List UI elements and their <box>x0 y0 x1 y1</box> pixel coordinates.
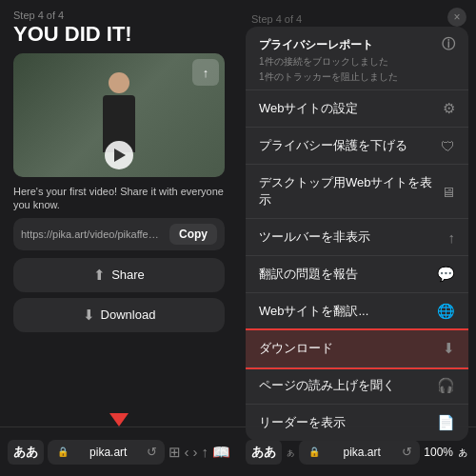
step-label-right: Step 4 of 4 <box>251 13 302 25</box>
aa-button-right[interactable]: ああ <box>246 440 282 465</box>
aa-small-icon: ぁ <box>286 446 295 459</box>
menu-item-text-8: リーダーを表示 <box>259 414 346 431</box>
lock-icon-right: 🔒 <box>307 445 322 460</box>
menu-item-text-7: ページの読み上げを聞く <box>259 377 395 394</box>
person-head <box>109 72 129 93</box>
play-icon <box>114 149 126 162</box>
menu-item-toolbar[interactable]: ツールバーを非表示 ↑ <box>246 219 468 256</box>
menu-item-icon-3: ↑ <box>448 229 456 246</box>
bottom-bar-left: ああ 🔒 pika.art ↺ ⊞ ‹ › ↑ 📖 <box>0 426 238 476</box>
download-icon: ⬇ <box>83 307 95 324</box>
share-label: Share <box>111 268 145 282</box>
share-button[interactable]: ⬆ Share <box>13 258 225 292</box>
share-nav-left[interactable]: ↑ <box>202 444 209 460</box>
bookmarks-left[interactable]: 📖 <box>212 444 230 461</box>
download-label: Download <box>101 307 156 322</box>
url-bar-text-left: pika.art <box>74 446 143 459</box>
arrow-indicator <box>109 413 129 426</box>
close-button-right[interactable]: × <box>447 8 466 27</box>
aa-label-right: ぁ <box>457 444 468 460</box>
menu-item-icon-5: 🌐 <box>437 303 455 320</box>
menu-item-website-settings[interactable]: Webサイトの設定 ⚙ <box>246 90 468 128</box>
play-button[interactable] <box>105 141 133 169</box>
url-copy-row: https://pika.art/video/pikaffect-s... Co… <box>13 218 225 250</box>
copy-button[interactable]: Copy <box>169 224 217 245</box>
video-thumbnail[interactable]: ↑ <box>13 53 225 177</box>
aa-button-left[interactable]: ああ <box>8 440 44 465</box>
menu-item-icon-1: 🛡 <box>441 138 455 154</box>
menu-item-text-3: ツールバーを非表示 <box>259 228 370 246</box>
menu-item-text-2: デスクトップ用Webサイトを表示 <box>259 174 441 208</box>
menu-item-text-4: 翻訳の問題を報告 <box>259 266 358 283</box>
menu-item-translate[interactable]: Webサイトを翻訳... 🌐 <box>246 293 468 330</box>
nav-back-left[interactable]: ‹ <box>185 444 189 460</box>
menu-item-text-1: プライバシー保護を下げる <box>259 137 407 154</box>
menu-item-reader[interactable]: リーダーを表示 📄 <box>246 405 468 441</box>
menu-item-read-aloud[interactable]: ページの読み上げを聞く 🎧 <box>246 367 468 405</box>
title-left: YOU DID IT! <box>0 23 238 53</box>
lock-icon: 🔒 <box>55 445 70 460</box>
url-bar-left[interactable]: 🔒 pika.art ↺ <box>48 440 165 465</box>
refresh-icon-right[interactable]: ↺ <box>402 445 412 459</box>
privacy-title: プライバシーレポート ⓘ <box>259 36 455 53</box>
video-share-button[interactable]: ↑ <box>192 59 219 86</box>
privacy-subtitle-2: 1件のトラッカーを阻止しました <box>259 70 455 84</box>
step-label-left: Step 4 of 4 <box>0 0 238 23</box>
privacy-header: プライバシーレポート ⓘ 1件の接続をブロックしました 1件のトラッカーを阻止し… <box>246 27 468 90</box>
refresh-icon[interactable]: ↺ <box>147 445 157 459</box>
zoom-percent: 100% <box>424 446 453 459</box>
context-menu: プライバシーレポート ⓘ 1件の接続をブロックしました 1件のトラッカーを阻止し… <box>246 27 468 441</box>
left-panel: Step 4 of 4 YOU DID IT! ↑ Here's your fi… <box>0 0 238 476</box>
privacy-icon: ⓘ <box>442 36 455 53</box>
privacy-subtitle-1: 1件の接続をブロックしました <box>259 55 455 69</box>
nav-forward-left[interactable]: › <box>193 444 198 460</box>
url-bar-text-right: pika.art <box>326 446 398 459</box>
menu-item-download[interactable]: ダウンロード ⬇ <box>246 330 468 367</box>
menu-item-icon-6: ⬇ <box>443 340 455 357</box>
menu-item-text-6: ダウンロード <box>259 340 333 357</box>
menu-item-desktop[interactable]: デスクトップ用Webサイトを表示 🖥 <box>246 165 468 219</box>
url-text: https://pika.art/video/pikaffect-s... <box>21 228 164 240</box>
menu-item-icon-4: 💬 <box>437 266 455 283</box>
menu-item-privacy[interactable]: プライバシー保護を下げる 🛡 <box>246 128 468 165</box>
share-icon: ⬆ <box>93 267 106 284</box>
menu-item-translate-report[interactable]: 翻訳の問題を報告 💬 <box>246 256 468 293</box>
menu-item-text-0: Webサイトの設定 <box>259 100 359 117</box>
right-top-area: Step 4 of 4 <box>238 0 476 27</box>
download-button[interactable]: ⬇ Download <box>13 298 225 332</box>
tab-icon-left[interactable]: ⊞ <box>169 444 181 461</box>
right-panel: × Step 4 of 4 プライバシーレポート ⓘ 1件の接続をブロックしまし… <box>238 0 476 476</box>
menu-item-icon-7: 🎧 <box>437 377 455 394</box>
menu-item-text-5: Webサイトを翻訳... <box>259 303 368 320</box>
menu-item-icon-0: ⚙ <box>443 100 455 117</box>
red-arrow-icon <box>109 413 129 426</box>
menu-item-icon-2: 🖥 <box>441 184 455 200</box>
url-bar-right[interactable]: 🔒 pika.art ↺ <box>299 440 420 465</box>
menu-item-icon-8: 📄 <box>437 414 455 431</box>
description-text: Here's your first video! Share it with e… <box>0 177 238 218</box>
